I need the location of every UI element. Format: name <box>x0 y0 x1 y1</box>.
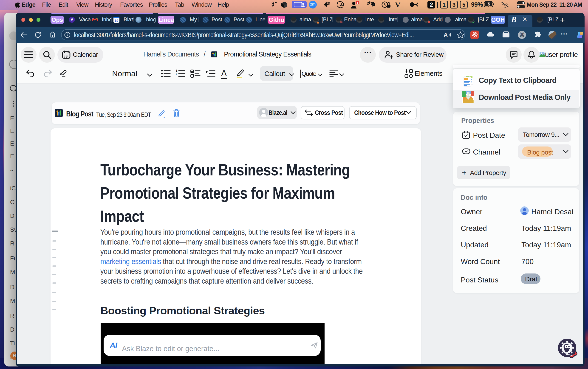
svg-text:1: 1 <box>357 1 358 4</box>
svg-text:1: 1 <box>176 70 177 72</box>
svg-text:2: 2 <box>176 72 177 76</box>
svg-text:A: A <box>444 32 448 38</box>
